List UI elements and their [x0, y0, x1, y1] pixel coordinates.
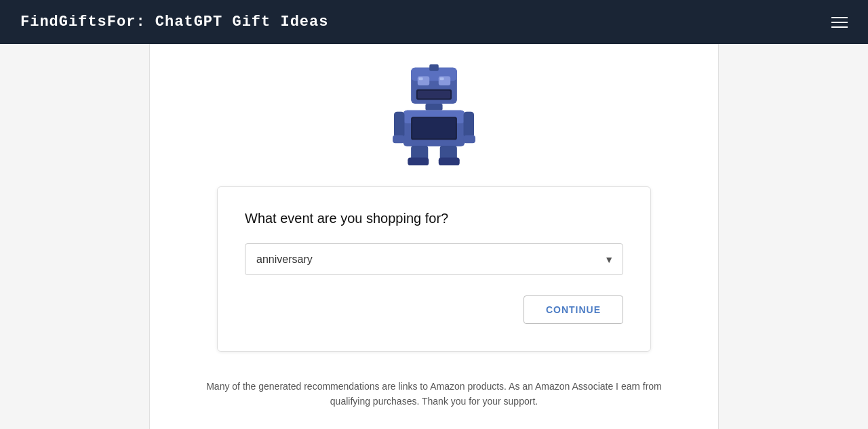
- main-content: What event are you shopping for? anniver…: [149, 44, 719, 429]
- button-row: CONTINUE: [245, 295, 623, 324]
- svg-rect-15: [393, 136, 404, 144]
- svg-rect-8: [418, 91, 450, 99]
- disclaimer-text: Many of the generated recommendations ar…: [197, 379, 671, 409]
- hamburger-line-1: [831, 17, 848, 18]
- svg-rect-16: [464, 112, 474, 138]
- svg-rect-13: [412, 118, 456, 138]
- svg-rect-6: [440, 77, 444, 80]
- hamburger-menu-button[interactable]: [831, 17, 848, 28]
- event-selection-card: What event are you shopping for? anniver…: [217, 186, 651, 352]
- site-title: FindGiftsFor: ChatGPT Gift Ideas: [20, 14, 328, 30]
- svg-rect-21: [439, 157, 460, 165]
- site-header: FindGiftsFor: ChatGPT Gift Ideas: [0, 0, 868, 44]
- event-select[interactable]: anniversary birthday christmas graduatio…: [245, 243, 623, 275]
- card-question-label: What event are you shopping for?: [245, 211, 623, 226]
- hamburger-line-3: [831, 26, 848, 28]
- svg-rect-19: [408, 157, 429, 165]
- svg-rect-9: [425, 104, 442, 110]
- robot-svg-image: [390, 64, 478, 166]
- continue-button[interactable]: CONTINUE: [524, 295, 623, 324]
- event-select-wrapper: anniversary birthday christmas graduatio…: [245, 243, 623, 275]
- svg-rect-2: [429, 64, 439, 71]
- robot-illustration: [390, 64, 478, 166]
- svg-rect-17: [464, 136, 475, 144]
- svg-rect-5: [419, 77, 423, 80]
- hamburger-line-2: [831, 22, 848, 23]
- svg-rect-14: [394, 112, 404, 138]
